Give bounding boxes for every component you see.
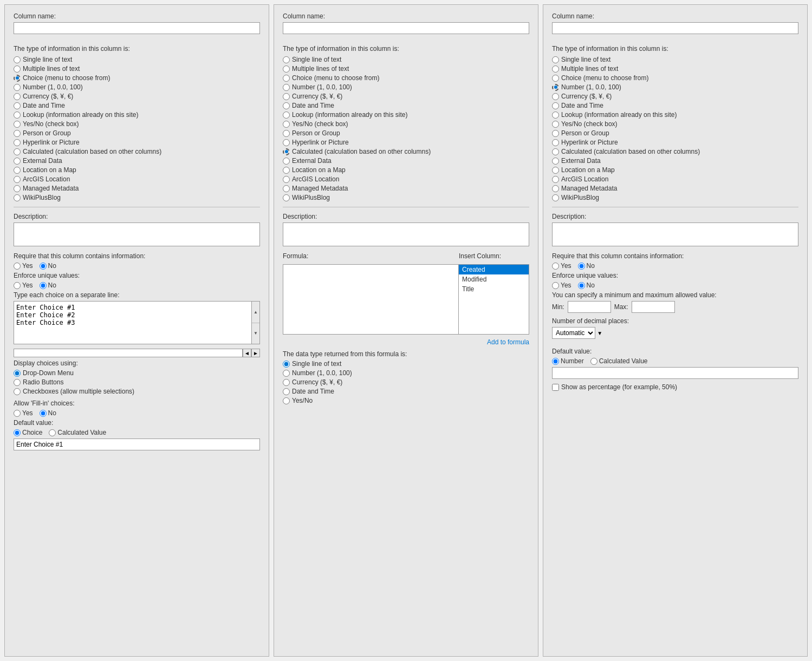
type-option-1-2[interactable]: Multiple lines of text [14,65,260,73]
max-input-3[interactable] [632,301,675,313]
decimal-select-3[interactable]: Automatic [552,327,595,339]
type-option-2-16[interactable]: WikiPlusBlog [283,194,529,201]
desc-textarea-2[interactable] [283,222,529,246]
type-option-3-9[interactable]: Person or Group [552,129,798,137]
type-option-1-16[interactable]: WikiPlusBlog [14,194,260,201]
require-no-3[interactable]: No [578,262,595,270]
type-option-2-14[interactable]: ArcGIS Location [283,175,529,183]
column-name-input-2[interactable] [283,22,529,34]
type-option-1-6[interactable]: Date and Time [14,102,260,109]
column-name-input-1[interactable] [14,22,260,34]
add-to-formula-link[interactable]: Add to formula [283,338,529,346]
require-yes-3[interactable]: Yes [552,262,571,270]
type-option-1-3[interactable]: Choice (menu to choose from) [14,74,260,82]
insert-column-list[interactable]: Created Modified Title [459,264,529,335]
type-option-3-2[interactable]: Multiple lines of text [552,65,798,73]
display-dropdown-1[interactable]: Drop-Down Menu [14,369,260,377]
show-pct-label-3: Show as percentage (for example, 50%) [561,383,677,391]
type-label-1: The type of information in this column i… [14,45,260,53]
enforce-yes-3[interactable]: Yes [552,282,571,289]
default-number-3[interactable]: Number [552,357,584,365]
formula-textarea-2[interactable] [283,264,459,335]
default-calc-1[interactable]: Calculated Value [49,429,106,436]
enforce-no-1[interactable]: No [40,282,56,289]
type-option-2-10[interactable]: Hyperlink or Picture [283,139,529,146]
col-name-label-2: Column name: [283,12,529,20]
display-checkbox-1[interactable]: Checkboxes (allow multiple selections) [14,388,260,395]
type-option-3-10[interactable]: Hyperlink or Picture [552,139,798,146]
type-option-3-6[interactable]: Date and Time [552,102,798,109]
type-option-2-8[interactable]: Yes/No (check box) [283,120,529,128]
type-option-2-13[interactable]: Location on a Map [283,166,529,174]
choices-scroll-down-1[interactable]: ▼ [252,323,259,344]
desc-textarea-1[interactable] [14,222,260,246]
return-singleline-2[interactable]: Single line of text [283,360,529,368]
return-datetime-2[interactable]: Date and Time [283,388,529,395]
return-number-2[interactable]: Number (1, 0.0, 100) [283,369,529,377]
fill-radio-1: Yes No [14,409,260,417]
require-no-1[interactable]: No [40,262,56,270]
return-yesno-2[interactable]: Yes/No [283,397,529,404]
type-option-1-9[interactable]: Person or Group [14,129,260,137]
type-option-1-15[interactable]: Managed Metadata [14,185,260,192]
type-option-1-11[interactable]: Calculated (calculation based on other c… [14,148,260,155]
type-option-1-7[interactable]: Lookup (information already on this site… [14,111,260,119]
type-option-3-5[interactable]: Currency ($, ¥, €) [552,93,798,100]
require-yes-1[interactable]: Yes [14,262,33,270]
type-option-3-1[interactable]: Single line of text [552,56,798,63]
type-option-1-14[interactable]: ArcGIS Location [14,175,260,183]
type-option-1-12[interactable]: External Data [14,157,260,165]
type-option-3-11[interactable]: Calculated (calculation based on other c… [552,148,798,155]
type-option-3-14[interactable]: ArcGIS Location [552,175,798,183]
default-radio-1: Choice Calculated Value [14,429,260,436]
enforce-no-3[interactable]: No [578,282,595,289]
enforce-yes-1[interactable]: Yes [14,282,33,289]
type-option-3-4[interactable]: Number (1, 0.0, 100) [552,83,798,91]
type-option-2-1[interactable]: Single line of text [283,56,529,63]
type-option-2-7[interactable]: Lookup (information already on this site… [283,111,529,119]
return-currency-2[interactable]: Currency ($, ¥, €) [283,378,529,386]
default-value-input-3[interactable] [552,367,798,379]
fill-yes-1[interactable]: Yes [14,409,33,417]
column-name-input-3[interactable] [552,22,798,34]
min-input-3[interactable] [568,301,611,313]
type-option-2-4[interactable]: Number (1, 0.0, 100) [283,83,529,91]
type-radio-group-3: Single line of text Multiple lines of te… [552,56,798,201]
type-option-3-15[interactable]: Managed Metadata [552,185,798,192]
type-option-2-11[interactable]: Calculated (calculation based on other c… [283,148,529,155]
type-option-2-12[interactable]: External Data [283,157,529,165]
insert-col-modified[interactable]: Modified [459,274,529,284]
type-option-2-5[interactable]: Currency ($, ¥, €) [283,93,529,100]
show-pct-checkbox-3[interactable] [552,384,559,391]
type-option-2-3[interactable]: Choice (menu to choose from) [283,74,529,82]
type-option-2-15[interactable]: Managed Metadata [283,185,529,192]
type-option-3-12[interactable]: External Data [552,157,798,165]
fill-no-1[interactable]: No [40,409,56,417]
insert-col-title[interactable]: Title [459,284,529,294]
choices-wrap-1: Enter Choice #1 Enter Choice #2 Enter Ch… [14,301,260,344]
default-value-input-1[interactable] [14,439,260,450]
type-option-1-4[interactable]: Number (1, 0.0, 100) [14,83,260,91]
type-option-3-16[interactable]: WikiPlusBlog [552,194,798,201]
default-calc-3[interactable]: Calculated Value [590,357,648,365]
type-option-1-13[interactable]: Location on a Map [14,166,260,174]
type-option-3-3[interactable]: Choice (menu to choose from) [552,74,798,82]
choices-scroll-up-1[interactable]: ▲ [252,302,259,323]
type-option-2-2[interactable]: Multiple lines of text [283,65,529,73]
type-option-1-8[interactable]: Yes/No (check box) [14,120,260,128]
desc-textarea-3[interactable] [552,222,798,246]
type-option-1-10[interactable]: Hyperlink or Picture [14,139,260,146]
display-radio-btn-1[interactable]: Radio Buttons [14,378,260,386]
type-option-3-8[interactable]: Yes/No (check box) [552,120,798,128]
type-option-3-13[interactable]: Location on a Map [552,166,798,174]
return-type-group-2: Single line of text Number (1, 0.0, 100)… [283,360,529,404]
type-option-2-9[interactable]: Person or Group [283,129,529,137]
type-option-1-5[interactable]: Currency ($, ¥, €) [14,93,260,100]
type-option-2-6[interactable]: Date and Time [283,102,529,109]
type-option-1-1[interactable]: Single line of text [14,56,260,63]
desc-label-2: Description: [283,213,529,220]
type-option-3-7[interactable]: Lookup (information already on this site… [552,111,798,119]
default-choice-1[interactable]: Choice [14,429,42,436]
choices-textarea-1[interactable]: Enter Choice #1 Enter Choice #2 Enter Ch… [14,301,251,344]
insert-col-created[interactable]: Created [459,265,529,274]
